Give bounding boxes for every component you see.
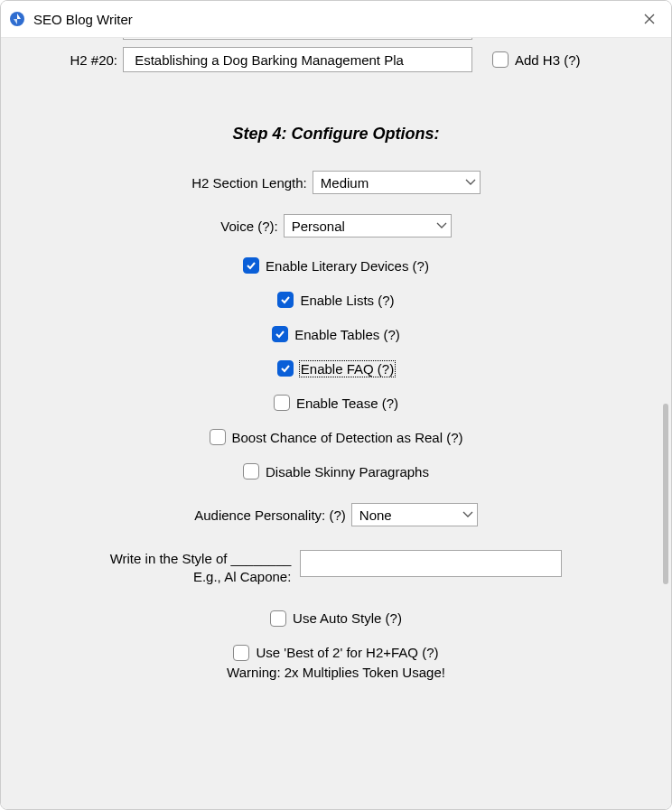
h2-row-20: H2 #20: Add H3 (?) bbox=[1, 47, 671, 72]
auto-style-label: Use Auto Style (?) bbox=[293, 610, 402, 626]
step-4-title: Step 4: Configure Options: bbox=[1, 125, 671, 144]
audience-select[interactable]: None bbox=[351, 503, 478, 526]
disable-skinny-checkbox[interactable] bbox=[243, 463, 259, 479]
app-icon bbox=[8, 10, 26, 28]
section-length-label: H2 Section Length: bbox=[191, 175, 313, 191]
enable-tables-checkbox[interactable] bbox=[272, 326, 288, 342]
form-area: H2 #19: Add H3 (?) H2 #20: bbox=[1, 38, 671, 809]
section-length-row: H2 Section Length: Medium bbox=[1, 171, 671, 194]
voice-row: Voice (?): Personal bbox=[1, 214, 671, 237]
best-of-2-warning: Warning: 2x Multiplies Token Usage! bbox=[1, 665, 671, 680]
h2-20-input[interactable] bbox=[123, 47, 472, 72]
voice-value: Personal bbox=[292, 219, 345, 234]
h2-19-input[interactable] bbox=[123, 38, 472, 40]
enable-literary-label: Enable Literary Devices (?) bbox=[266, 258, 429, 274]
disable-skinny-row: Disable Skinny Paragraphs bbox=[1, 463, 671, 479]
add-h3-20-checkbox[interactable] bbox=[492, 51, 509, 68]
window-title: SEO Blog Writer bbox=[33, 12, 637, 27]
enable-faq-checkbox[interactable] bbox=[277, 360, 294, 377]
client-area: H2 #19: Add H3 (?) H2 #20: bbox=[1, 38, 671, 809]
best-of-2-label: Use 'Best of 2' for H2+FAQ (?) bbox=[256, 645, 438, 660]
boost-real-checkbox[interactable] bbox=[210, 429, 226, 445]
best-of-2-checkbox[interactable] bbox=[233, 645, 249, 661]
style-row: Write in the Style of ________ E.g., Al … bbox=[1, 550, 671, 587]
boost-real-label: Boost Chance of Detection as Real (?) bbox=[232, 430, 463, 445]
style-label: Write in the Style of ________ E.g., Al … bbox=[110, 550, 301, 587]
enable-tease-checkbox[interactable] bbox=[274, 395, 290, 411]
boost-real-row: Boost Chance of Detection as Real (?) bbox=[1, 429, 671, 445]
section-length-select[interactable]: Medium bbox=[313, 171, 481, 194]
style-label-line2: E.g., Al Capone: bbox=[193, 569, 291, 584]
h2-row-19: H2 #19: Add H3 (?) bbox=[1, 38, 671, 40]
scrollbar-thumb[interactable] bbox=[663, 404, 668, 584]
best-of-2-row: Use 'Best of 2' for H2+FAQ (?) bbox=[1, 645, 671, 661]
style-input[interactable] bbox=[300, 550, 562, 577]
h2-20-label: H2 #20: bbox=[1, 52, 123, 68]
voice-label: Voice (?): bbox=[220, 219, 283, 234]
enable-literary-checkbox[interactable] bbox=[243, 257, 259, 274]
enable-faq-label: Enable FAQ (?) bbox=[300, 361, 395, 377]
enable-tease-row: Enable Tease (?) bbox=[1, 395, 671, 411]
style-label-line1: Write in the Style of ________ bbox=[110, 551, 292, 566]
titlebar: SEO Blog Writer bbox=[1, 1, 671, 38]
disable-skinny-label: Disable Skinny Paragraphs bbox=[266, 464, 429, 479]
app-window: SEO Blog Writer H2 #19: Add H3 (?) bbox=[0, 0, 672, 810]
enable-literary-row: Enable Literary Devices (?) bbox=[1, 257, 671, 274]
add-h3-20-label: Add H3 (?) bbox=[515, 52, 581, 68]
voice-select[interactable]: Personal bbox=[284, 214, 452, 237]
enable-tease-label: Enable Tease (?) bbox=[296, 396, 398, 411]
auto-style-checkbox[interactable] bbox=[270, 610, 286, 627]
enable-lists-checkbox[interactable] bbox=[277, 292, 294, 308]
enable-tables-label: Enable Tables (?) bbox=[294, 327, 399, 342]
audience-row: Audience Personality: (?) None bbox=[1, 503, 671, 526]
enable-lists-label: Enable Lists (?) bbox=[300, 293, 394, 308]
section-length-value: Medium bbox=[321, 175, 369, 191]
audience-value: None bbox=[359, 507, 392, 523]
audience-label: Audience Personality: (?) bbox=[194, 507, 351, 523]
enable-tables-row: Enable Tables (?) bbox=[1, 326, 671, 342]
close-button[interactable] bbox=[637, 6, 662, 32]
enable-faq-row: Enable FAQ (?) bbox=[1, 360, 671, 377]
auto-style-row: Use Auto Style (?) bbox=[1, 610, 671, 627]
enable-lists-row: Enable Lists (?) bbox=[1, 292, 671, 308]
close-icon bbox=[644, 14, 655, 24]
